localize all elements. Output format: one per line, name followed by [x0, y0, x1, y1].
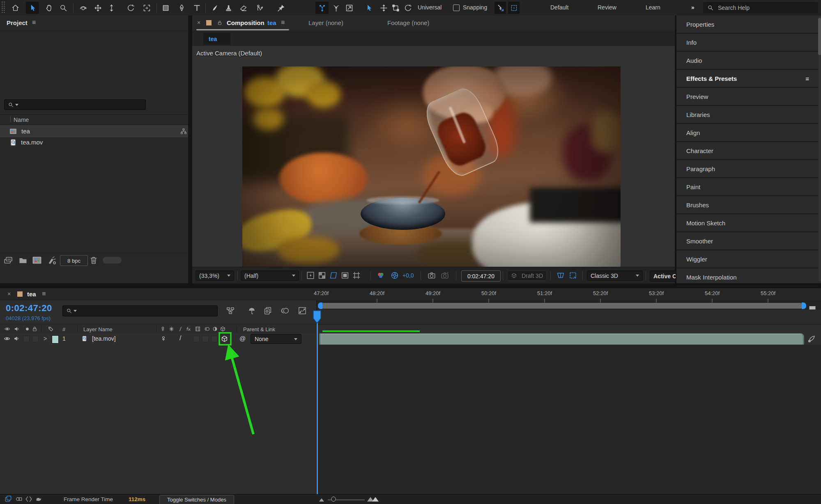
rectangle-tool[interactable] — [159, 2, 172, 14]
gizmo-selection-mode[interactable] — [362, 2, 375, 14]
timeline-search[interactable] — [62, 305, 218, 316]
tab-composition[interactable]: Composition — [227, 19, 264, 26]
fast-preview-button[interactable] — [306, 271, 315, 280]
clone-stamp-tool[interactable] — [222, 2, 235, 14]
interpret-footage-button[interactable] — [3, 255, 13, 265]
panel-tab-preview[interactable]: Preview — [676, 88, 818, 106]
project-panel-menu-icon[interactable]: ≡ — [32, 19, 36, 26]
draft-3d-button[interactable]: Draft 3D — [507, 270, 547, 281]
layer-duration-bar[interactable] — [319, 333, 804, 345]
snapping-checkbox[interactable] — [453, 5, 460, 11]
rotation-tool[interactable] — [124, 2, 137, 14]
panel-tab-paint[interactable]: Paint — [676, 178, 818, 196]
tab-composition-name[interactable]: tea — [267, 19, 276, 26]
new-composition-button[interactable] — [32, 255, 42, 265]
layer-shy-switch[interactable] — [160, 335, 167, 342]
layer-name-column-header[interactable]: Layer Name — [83, 326, 113, 332]
pen-tool[interactable] — [175, 2, 188, 14]
layer-video-toggle[interactable] — [4, 335, 10, 342]
timeline-tab-label[interactable]: tea — [27, 291, 36, 298]
panel-tab-mask-interpolation[interactable]: Mask Interpolation — [676, 268, 818, 286]
expand-switches-pane-button[interactable] — [4, 495, 12, 503]
timeline-timecode[interactable]: 0:02:47:20 — [6, 303, 52, 314]
zoom-out-mountain-icon[interactable] — [319, 498, 324, 502]
color-settings-button[interactable] — [47, 255, 57, 265]
parent-link-dropdown[interactable]: None — [251, 334, 301, 344]
close-tab-icon[interactable]: × — [7, 291, 11, 297]
draft-3d-toggle[interactable] — [247, 306, 256, 315]
parent-pick-whip[interactable]: @ — [239, 335, 246, 342]
roto-brush-tool[interactable] — [253, 2, 266, 14]
snap-cursor-toggle[interactable] — [494, 2, 506, 14]
zoom-in-mountain-icon-2[interactable] — [372, 497, 379, 502]
motion-blur-toggle[interactable] — [281, 306, 290, 315]
workspace-review[interactable]: Review — [598, 4, 616, 11]
panel-tab-libraries[interactable]: Libraries — [676, 106, 818, 124]
gizmo-scale-mode[interactable] — [389, 2, 402, 14]
panel-tab-smoother[interactable]: Smoother — [676, 232, 818, 250]
layer-effects-cell[interactable] — [193, 336, 200, 342]
layer-label-chip[interactable] — [52, 335, 59, 344]
hand-tool[interactable] — [42, 2, 55, 14]
exposure-button[interactable] — [390, 271, 399, 280]
panel-tab-wiggler[interactable]: Wiggler — [676, 250, 818, 268]
view-dropdown[interactable]: Active C — [650, 270, 678, 282]
workspace-learn[interactable]: Learn — [646, 4, 660, 11]
effects-presets-menu-icon[interactable]: ≡ — [805, 75, 809, 82]
frame-blending-toggle[interactable] — [263, 306, 272, 315]
panel-tab-effects-presets[interactable]: Effects & Presets≡ — [676, 70, 818, 88]
comp-subtab-tea[interactable]: tea — [203, 33, 230, 45]
transparency-grid-button[interactable] — [317, 271, 327, 280]
new-folder-button[interactable] — [18, 255, 28, 265]
project-column-name[interactable]: Name — [14, 117, 29, 123]
viewer-timecode[interactable]: 0:02:47:20 — [461, 270, 501, 282]
dolly-camera-tool[interactable] — [105, 2, 118, 14]
timeline-track-area[interactable] — [317, 345, 821, 494]
panel-tab-brushes[interactable]: Brushes — [676, 196, 818, 214]
snapshot-button[interactable] — [427, 271, 436, 280]
panel-tab-motion-sketch[interactable]: Motion Sketch — [676, 214, 818, 232]
tab-footage[interactable]: Footage (none) — [387, 19, 430, 26]
time-ruler[interactable] — [317, 309, 821, 325]
view-layout-right-button[interactable] — [568, 271, 577, 280]
guides-grid-button[interactable] — [352, 271, 361, 280]
timeline-menu-icon[interactable]: ≡ — [42, 290, 46, 298]
type-tool[interactable] — [190, 2, 203, 14]
local-axis-mode[interactable] — [315, 2, 329, 14]
project-search[interactable] — [4, 99, 146, 110]
timeline-search-input[interactable] — [78, 307, 214, 314]
bit-depth-indicator[interactable]: 8 bpc — [60, 255, 88, 266]
camera-track-tool[interactable] — [140, 2, 153, 14]
view-layout-left-button[interactable] — [556, 271, 565, 280]
panel-tab-info[interactable]: Info — [676, 34, 818, 52]
magnification-dropdown[interactable]: (33,3%) — [195, 270, 234, 281]
panel-tab-character[interactable]: Character — [676, 142, 818, 160]
panel-tab-paragraph[interactable]: Paragraph — [676, 160, 818, 178]
toggle-switches-modes-button[interactable]: Toggle Switches / Modes — [159, 495, 234, 504]
brush-tool[interactable] — [208, 2, 221, 14]
puppet-pin-tool[interactable] — [274, 2, 287, 14]
region-of-interest-button[interactable] — [340, 271, 350, 280]
resolution-dropdown[interactable]: (Half) — [241, 270, 299, 281]
channel-button[interactable] — [376, 271, 385, 280]
transfer-controls-pane-button[interactable] — [15, 495, 23, 503]
composition-viewer[interactable]: Active Camera (Default) — [192, 46, 675, 267]
view-axis-mode[interactable] — [343, 2, 356, 14]
timeline-zoom-thumb[interactable] — [331, 497, 336, 502]
delete-item-button[interactable] — [89, 255, 99, 265]
layer-row-tea-mov[interactable]: > 1 [tea.mov] / @ None — [0, 333, 316, 345]
exposure-value[interactable]: +0,0 — [402, 272, 414, 279]
render-time-pane-button[interactable] — [34, 495, 43, 503]
mask-visibility-button[interactable] — [329, 271, 338, 280]
tab-layer[interactable]: Layer (none) — [308, 19, 343, 26]
orbit-camera-tool[interactable] — [76, 2, 90, 14]
layer-3d-switch[interactable] — [221, 335, 228, 343]
layer-lock-cell[interactable] — [32, 336, 39, 342]
help-search[interactable] — [703, 2, 818, 13]
project-panel-title[interactable]: Project — [7, 19, 28, 26]
home-tool[interactable] — [9, 2, 22, 14]
workspace-default[interactable]: Default — [550, 4, 568, 11]
snap-bounds-toggle[interactable] — [508, 2, 520, 14]
project-item-tea-mov[interactable]: tea.mov — [0, 137, 188, 148]
show-snapshot-button[interactable] — [440, 271, 449, 280]
